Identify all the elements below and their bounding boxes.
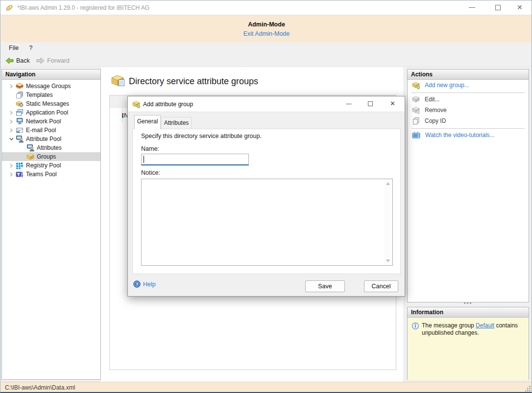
tab-general[interactable]: General [134,115,161,129]
maximize-button[interactable] [495,5,501,10]
scrollbar[interactable] [384,179,392,265]
chevron-down-icon[interactable] [8,137,14,141]
attribute-pool-icon [16,135,24,143]
remove-action[interactable]: Remove [408,105,529,116]
help-label: Help [143,281,156,288]
forward-button[interactable]: Forward [34,55,72,67]
separator [411,128,525,129]
edit-action[interactable]: Edit... [408,94,529,105]
add-new-group-label: Add new group... [425,82,469,89]
menu-bar: File ? [1,42,532,54]
notice-field-wrapper [141,179,393,266]
copy-id-action[interactable]: Copy ID [408,116,529,126]
chevron-right-icon[interactable] [8,163,14,168]
sidebar-item-network-pool[interactable]: Network Pool [2,117,100,126]
sidebar-item-templates[interactable]: Templates [2,91,100,99]
chevron-right-icon[interactable] [8,84,14,89]
information-header: Information [408,307,529,318]
chevron-right-icon[interactable] [8,128,14,133]
sidebar-item-label: Groups [37,153,56,160]
scroll-down-icon[interactable] [386,259,390,262]
edit-label: Edit... [425,96,440,103]
tv-icon [412,131,421,139]
window-title: *IBI-aws Admin 1.29.0 - registered for I… [17,4,149,11]
admin-mode-label: Admin-Mode [1,15,532,28]
info-text-prefix: The message group [422,322,476,329]
dialog-title: Add attribute group [143,101,193,108]
sidebar-item-attributes[interactable]: Attributes [2,143,100,152]
dialog-close-button[interactable]: ✕ [390,100,395,107]
sidebar-item-label: Network Pool [26,118,61,125]
sidebar-item-message-groups[interactable]: Message Groups [2,82,100,91]
edit-icon [412,95,420,104]
status-bar: C:\IBI-aws\Admin\Data.xml [1,382,532,393]
separator [411,92,525,93]
attribute-groups-icon [111,73,125,87]
title-bar[interactable]: *IBI-aws Admin 1.29.0 - registered for I… [0,0,532,15]
dialog-title-bar[interactable]: Add attribute group ✕ [128,96,405,112]
cancel-button[interactable]: Cancel [364,280,398,292]
back-label: Back [16,57,30,64]
chevron-right-icon[interactable] [8,111,14,115]
sidebar-item-teams-pool[interactable]: Teams Pool [2,170,100,179]
dialog-maximize-button[interactable] [368,101,373,106]
save-button[interactable]: Save [305,280,345,292]
sidebar-item-label: Message Groups [26,83,71,90]
forward-arrow-icon [36,57,45,64]
admin-mode-banner: Admin-Mode Exit Admin-Mode [1,15,532,42]
app-icon [5,4,13,12]
teams-pool-icon [16,170,24,178]
actions-header: Actions [408,69,529,80]
sidebar-item-label: Attribute Pool [26,136,61,142]
network-pool-icon [16,117,24,125]
data-file-path: C:\IBI-aws\Admin\Data.xml [5,384,75,391]
resize-grip-icon[interactable] [525,386,531,392]
help-link[interactable]: ? Help [133,280,156,288]
notice-textarea[interactable] [142,179,384,265]
default-group-link[interactable]: Default [476,322,494,329]
nav-toolbar: Back Forward [1,54,532,67]
information-panel: Information The message group Default co… [407,307,529,380]
back-arrow-icon [5,57,14,64]
groups-icon [26,153,34,161]
sidebar-item-registry-pool[interactable]: Registry Pool [2,161,100,170]
copy-id-label: Copy ID [425,117,446,124]
sidebar-item-label: Static Messages [26,100,69,107]
app-window: *IBI-aws Admin 1.29.0 - registered for I… [0,0,532,393]
templates-icon [16,91,24,99]
chevron-right-icon[interactable] [8,172,14,177]
chevron-right-icon[interactable] [8,119,14,124]
actions-panel: Actions Add new group... [407,69,529,302]
copy-icon [412,117,420,125]
dialog-minimize-button[interactable] [346,104,352,104]
scroll-up-icon[interactable] [386,182,390,185]
watch-tutorials-action[interactable]: Watch the video-tutorials... [408,130,529,140]
panel-splitter[interactable]: ••• [407,301,529,307]
exit-admin-mode-link[interactable]: Exit Admin-Mode [243,30,290,37]
navigation-tree: Message Groups Templates [2,80,100,179]
sidebar-item-groups[interactable]: Groups [2,152,100,161]
sidebar-item-label: Application Pool [26,109,68,116]
add-new-group-action[interactable]: Add new group... [408,80,529,91]
sidebar-item-email-pool[interactable]: E-mail Pool [2,126,100,135]
close-button[interactable]: ✕ [517,3,523,11]
add-attribute-group-dialog: Add attribute group ✕ General Attributes… [127,96,405,297]
name-label: Name: [141,145,159,152]
sidebar-item-label: E-mail Pool [26,127,56,134]
email-pool-icon [16,126,24,134]
minimize-button[interactable] [469,7,475,8]
message-groups-icon [16,82,24,90]
sidebar-item-static-messages[interactable]: Static Messages [2,99,100,108]
dialog-description: Specify this directory service attribute… [141,133,262,139]
dialog-tabs: General Attributes [128,112,405,129]
information-body: The message group Default contains unpub… [408,318,529,380]
back-button[interactable]: Back [3,55,32,67]
sidebar-item-attribute-pool[interactable]: Attribute Pool [2,135,100,143]
tab-attributes[interactable]: Attributes [161,117,192,129]
menu-file[interactable]: File [4,42,23,54]
add-group-icon [132,100,141,109]
sidebar-item-application-pool[interactable]: Application Pool [2,108,100,117]
menu-help[interactable]: ? [25,42,37,54]
name-input[interactable] [141,154,249,165]
navigation-panel: Navigation Message Groups [1,69,101,380]
